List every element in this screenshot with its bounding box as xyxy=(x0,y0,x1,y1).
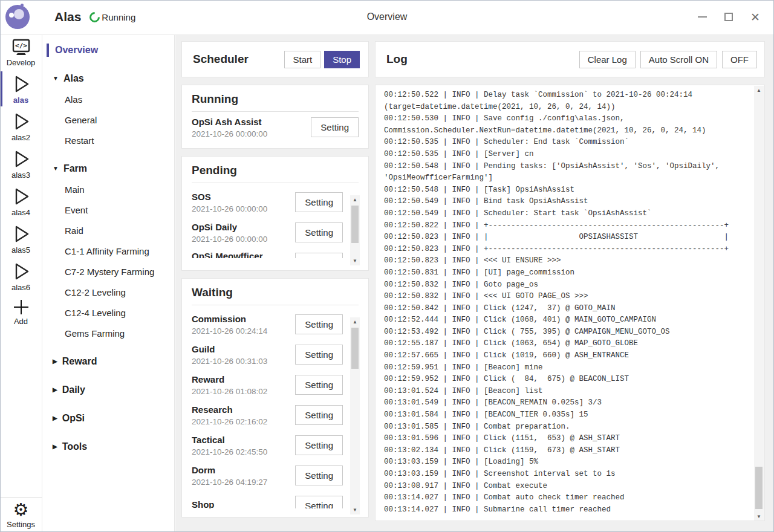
task-row: Reward 2021-10-26 01:08:02 Setting xyxy=(192,369,359,400)
task-row: SOS 2021-10-26 00:00:00 Setting xyxy=(192,187,359,217)
nav-group-daily[interactable]: ▶Daily xyxy=(43,383,174,397)
pending-title: Pending xyxy=(192,164,359,177)
pending-card: Pending SOS 2021-10-26 00:00:00 Setting … xyxy=(181,156,369,271)
task-row: Commission 2021-10-26 00:24:14 Setting xyxy=(192,309,359,339)
scroll-up-icon[interactable]: ▲ xyxy=(350,317,360,326)
nav-group-opsi[interactable]: ▶OpSi xyxy=(43,412,174,425)
divider xyxy=(192,305,359,305)
app-name: Alas xyxy=(54,10,81,24)
task-name: OpSi Ash Assist xyxy=(192,116,298,128)
start-button[interactable]: Start xyxy=(284,51,320,68)
nav-item-restart[interactable]: Restart xyxy=(43,135,174,147)
sidebar-item-alas3[interactable]: alas3 xyxy=(0,145,42,183)
task-name: Guild xyxy=(192,343,295,355)
nav-group-reward[interactable]: ▶Reward xyxy=(43,355,174,368)
sidebar-item-label: alas5 xyxy=(11,245,30,255)
auto-scroll-off-button[interactable]: OFF xyxy=(722,51,757,68)
setting-button[interactable]: Setting xyxy=(295,405,343,425)
task-time: 2021-10-26 01:08:02 xyxy=(192,387,295,396)
task-time: 2021-10-26 00:00:00 xyxy=(192,129,298,138)
task-row: Research 2021-10-26 02:16:02 Setting xyxy=(192,400,359,430)
pending-scrollbar[interactable]: ▲ ▼ xyxy=(350,195,360,265)
nav-item-c12-2-leveling[interactable]: C12-2 Leveling xyxy=(43,287,174,299)
sidebar-item-label: alas3 xyxy=(11,170,30,180)
setting-button[interactable]: Setting xyxy=(295,496,343,509)
nav-item-c12-4-leveling[interactable]: C12-4 Leveling xyxy=(43,307,174,319)
sidebar-item-alas4[interactable]: alas4 xyxy=(0,183,42,220)
nav-item-alas[interactable]: Alas xyxy=(43,94,174,106)
play-icon xyxy=(10,186,32,207)
play-icon xyxy=(10,224,32,244)
scroll-down-icon[interactable]: ▼ xyxy=(350,505,360,514)
stop-button[interactable]: Stop xyxy=(324,51,360,68)
setting-button[interactable]: Setting xyxy=(295,222,343,242)
scrollbar-thumb[interactable] xyxy=(351,328,359,369)
setting-button[interactable]: Setting xyxy=(295,345,343,365)
nav-group-alas[interactable]: ▼Alas xyxy=(43,72,174,85)
nav-item-gems-farming[interactable]: Gems Farming xyxy=(43,328,174,340)
chevron-right-icon: ▶ xyxy=(53,383,57,397)
log-scrollbar[interactable]: ▲ ▼ xyxy=(754,86,764,521)
setting-button[interactable]: Setting xyxy=(295,253,343,259)
task-name: Reward xyxy=(192,374,295,385)
nav-item-c7-2-mystery-farming[interactable]: C7-2 Mystery Farming xyxy=(43,266,174,278)
scroll-down-icon[interactable]: ▼ xyxy=(754,512,764,521)
sidebar-item-alas2[interactable]: alas2 xyxy=(0,108,42,145)
task-time: 2021-10-26 00:00:00 xyxy=(192,235,295,244)
setting-button[interactable]: Setting xyxy=(295,465,343,485)
setting-button[interactable]: Setting xyxy=(295,435,343,455)
nav-item-raid[interactable]: Raid xyxy=(43,225,174,237)
sidebar-item-label: alas xyxy=(13,96,28,105)
nav-item-overview[interactable]: Overview xyxy=(43,44,174,57)
nav-item-c1-1-affinity-farming[interactable]: C1-1 Affinity Farming xyxy=(43,245,174,258)
setting-button[interactable]: Setting xyxy=(295,192,343,212)
sidebar-item-alas6[interactable]: alas6 xyxy=(0,258,42,295)
nav-item-general[interactable]: General xyxy=(43,114,174,126)
nav-menu: Overview ▼Alas Alas General Restart ▼Far… xyxy=(43,35,175,532)
chevron-right-icon: ▶ xyxy=(53,412,57,425)
minimize-button[interactable] xyxy=(697,11,707,22)
auto-scroll-on-button[interactable]: Auto Scroll ON xyxy=(640,51,717,68)
sidebar-item-alas5[interactable]: alas5 xyxy=(0,220,42,258)
task-name: OpSi Daily xyxy=(192,221,295,233)
app-logo-icon xyxy=(5,5,30,29)
task-row: Guild 2021-10-26 00:31:03 Setting xyxy=(192,339,359,369)
task-time: 2021-10-26 00:00:00 xyxy=(192,204,295,213)
scheduler-card: Scheduler Start Stop xyxy=(181,41,369,77)
maximize-button[interactable] xyxy=(723,11,734,22)
scroll-down-icon[interactable]: ▼ xyxy=(350,256,360,265)
running-title: Running xyxy=(192,92,359,106)
nav-item-main[interactable]: Main xyxy=(43,184,174,196)
divider xyxy=(192,183,359,183)
task-row: Tactical 2021-10-26 02:45:50 Setting xyxy=(192,430,359,460)
running-spinner-icon xyxy=(88,10,102,24)
setting-button[interactable]: Setting xyxy=(311,117,359,137)
scroll-up-icon[interactable]: ▲ xyxy=(754,86,764,95)
scrollbar-thumb[interactable] xyxy=(755,467,763,509)
waiting-scrollbar[interactable]: ▲ ▼ xyxy=(350,317,360,514)
sidebar-item-alas[interactable]: alas xyxy=(0,70,42,108)
nav-group-farm[interactable]: ▼Farm xyxy=(43,162,174,175)
close-button[interactable]: ✕ xyxy=(750,11,761,22)
sidebar-item-label: alas4 xyxy=(11,208,30,217)
task-name: OpSi Meowfficer Farming xyxy=(192,250,295,259)
nav-group-tools[interactable]: ▶Tools xyxy=(43,440,174,453)
task-name: SOS xyxy=(192,191,295,203)
nav-item-event[interactable]: Event xyxy=(43,204,174,216)
scrollbar-thumb[interactable] xyxy=(351,206,359,243)
task-row: OpSi Meowfficer Farming Setting xyxy=(192,247,359,258)
chevron-down-icon: ▼ xyxy=(53,72,59,85)
play-icon xyxy=(10,149,32,169)
setting-button[interactable]: Setting xyxy=(295,375,343,395)
sidebar-item-settings[interactable]: ⚙ Settings xyxy=(0,498,42,532)
clear-log-button[interactable]: Clear Log xyxy=(579,51,636,68)
scroll-up-icon[interactable]: ▲ xyxy=(350,195,360,204)
sidebar-item-add[interactable]: Add xyxy=(0,295,42,329)
sidebar-item-develop[interactable]: </> Develop xyxy=(0,35,42,70)
setting-button[interactable]: Setting xyxy=(295,314,343,334)
play-icon xyxy=(10,74,32,94)
task-row: OpSi Daily 2021-10-26 00:00:00 Setting xyxy=(192,217,359,247)
waiting-card: Waiting Commission 2021-10-26 00:24:14 S… xyxy=(181,278,369,517)
log-panel[interactable]: 00:12:50.522 | INFO | Delay task `Commis… xyxy=(375,85,765,521)
play-icon xyxy=(10,111,32,132)
